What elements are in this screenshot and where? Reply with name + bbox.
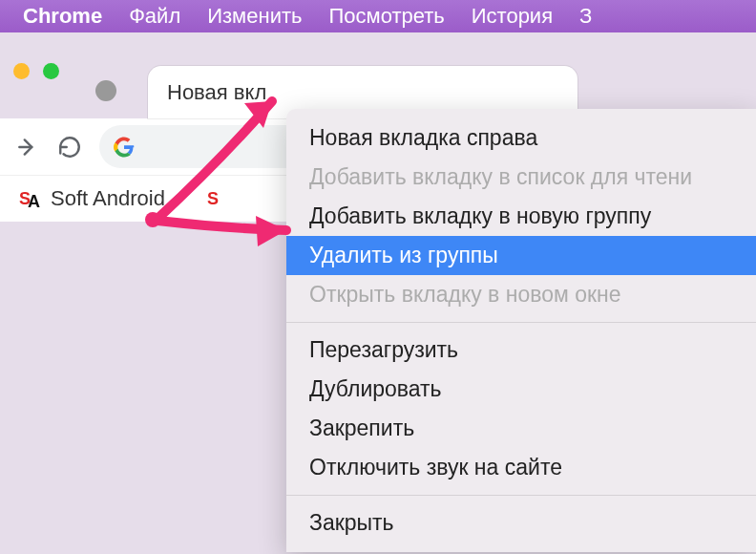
forward-button[interactable] [15,135,40,160]
ctx-add-to-new-group[interactable]: Добавить вкладку в новую группу [286,197,756,236]
bookmark-favicon: SA [19,189,37,209]
ctx-pin[interactable]: Закрепить [286,409,756,448]
ctx-add-to-reading-list: Добавить вкладку в список для чтени [286,158,756,197]
ctx-close[interactable]: Закрыть [286,503,756,543]
tab-strip: Новая вкл [0,32,756,118]
ctx-new-tab-right[interactable]: Новая вкладка справа [286,118,756,158]
tab-context-menu: Новая вкладка справа Добавить вкладку в … [286,109,756,552]
macos-menubar: Chrome Файл Изменить Посмотреть История … [0,0,756,32]
reload-button[interactable] [57,135,82,160]
zoom-button[interactable] [43,63,59,79]
menu-file[interactable]: Файл [116,0,194,32]
browser-window: Новая вкл SA Soft Android S Новая вкладк… [0,32,756,554]
ctx-duplicate[interactable]: Дублировать [286,370,756,409]
minimize-button[interactable] [13,63,30,79]
menu-cutoff[interactable]: З [566,0,605,32]
google-icon [113,136,136,159]
menu-edit[interactable]: Изменить [194,0,315,32]
menu-view[interactable]: Посмотреть [315,0,457,32]
tab-title: Новая вкл [167,80,266,105]
bookmark-item[interactable]: Soft Android [51,186,165,211]
ctx-separator [286,322,756,323]
ctx-reload[interactable]: Перезагрузить [286,330,756,370]
ctx-remove-from-group[interactable]: Удалить из группы [286,236,756,275]
window-controls [13,63,59,79]
ctx-separator [286,495,756,496]
bookmark-favicon: S [207,189,216,209]
ctx-mute-site[interactable]: Отключить звук на сайте [286,448,756,487]
menu-history[interactable]: История [458,0,566,32]
tab-group-indicator[interactable] [95,80,116,101]
app-name[interactable]: Chrome [10,0,116,32]
ctx-open-in-new-window: Открыть вкладку в новом окне [286,275,756,314]
